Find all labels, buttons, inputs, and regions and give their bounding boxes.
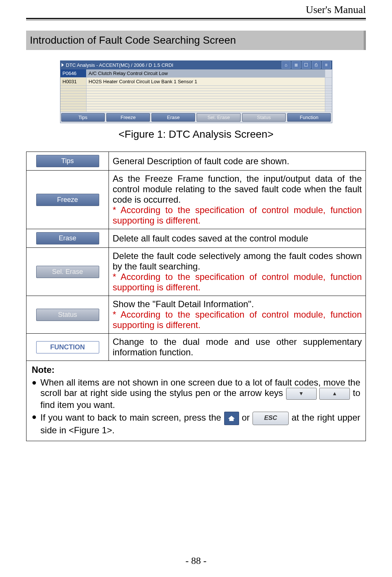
def-red-note: * According to the specification of cont… (113, 309, 362, 330)
button-definitions-table: TipsGeneral Description of fault code ar… (26, 152, 366, 441)
dtc-title: DTC Analysis - ACCENT(MC) / 2006 / D 1.5… (66, 62, 173, 68)
arrow-up-key[interactable]: ▲ (319, 388, 350, 400)
def-button-freeze: Freeze (36, 194, 99, 206)
dtc-cell (87, 99, 325, 102)
dtc-grid: P0646A/C Clutch Relay Control Circuit Lo… (60, 69, 332, 112)
dtc-cell (60, 107, 87, 109)
dtc-cell (60, 94, 87, 96)
def-red-note: * According to the specification of cont… (113, 205, 362, 226)
home-key-icon[interactable] (224, 412, 239, 425)
dtc-cell (87, 102, 325, 104)
dtc-cell (60, 96, 87, 99)
dtc-footer-btn-erase[interactable]: Erase (151, 113, 195, 122)
note-heading: Note: (32, 365, 360, 375)
dtc-titlebar: DTC Analysis - ACCENT(MC) / 2006 / D 1.5… (60, 60, 332, 69)
note-item-1: ● When all items are not shown in one sc… (32, 377, 360, 410)
dtc-cell (60, 99, 87, 102)
def-button-tips: Tips (36, 155, 99, 167)
scrollbar-track[interactable] (325, 69, 332, 78)
scrollbar-track[interactable] (325, 104, 332, 107)
def-button-erase: Erase (36, 232, 99, 244)
dtc-footer-btn-status: Status (242, 113, 286, 122)
dtc-cell (87, 86, 325, 88)
dtc-cell (60, 86, 87, 88)
dtc-cell (87, 109, 325, 112)
dtc-cell (60, 109, 87, 112)
dtc-cell (87, 91, 325, 94)
dtc-cell (87, 94, 325, 96)
page-header: User's Manual (26, 0, 366, 18)
triangle-icon (62, 63, 64, 67)
note2-text-a: If you want to back to main screen, pres… (40, 412, 224, 422)
header-rule-thick (26, 18, 366, 19)
scrollbar-track[interactable] (325, 78, 332, 86)
note2-text-b: or (242, 412, 253, 422)
def-desc: Delete all fault codes saved at the cont… (113, 233, 362, 244)
dtc-cell (60, 91, 87, 94)
dtc-cell[interactable]: P0646 (60, 69, 87, 78)
dtc-footer-btn-function[interactable]: Function (287, 113, 331, 122)
def-desc: As the Freeze Frame function, the input/… (113, 174, 362, 205)
dtc-cell (60, 88, 87, 91)
scrollbar-track[interactable] (325, 107, 332, 109)
dtc-footer-btn-tips[interactable]: Tips (61, 113, 105, 122)
menu-icon[interactable]: ≡ (322, 61, 331, 69)
scrollbar-track[interactable] (325, 109, 332, 112)
header-rule-thin (26, 20, 366, 20)
scrollbar-track[interactable] (325, 86, 332, 88)
def-red-note: * According to the specification of cont… (113, 272, 362, 293)
scrollbar-track[interactable] (325, 91, 332, 94)
dtc-cell (87, 107, 325, 109)
def-desc: Delete the fault code selectively among … (113, 251, 362, 272)
def-button-sel-erase: Sel. Erase (36, 266, 99, 278)
tree-icon[interactable]: ≣ (292, 61, 301, 69)
def-button-function: FUNCTION (36, 341, 99, 353)
dtc-analysis-screenshot: DTC Analysis - ACCENT(MC) / 2006 / D 1.5… (60, 60, 332, 123)
dtc-cell[interactable]: HO2S Heater Control Circuit Low Bank 1 S… (87, 78, 325, 86)
dtc-footer-btn-freeze[interactable]: Freeze (106, 113, 150, 122)
scrollbar-track[interactable] (325, 99, 332, 102)
dtc-cell[interactable]: A/C Clutch Relay Control Circuit Low (87, 69, 325, 78)
scrollbar-track[interactable] (325, 96, 332, 99)
dtc-cell (60, 104, 87, 107)
dtc-cell (60, 102, 87, 104)
dtc-footer-buttons: TipsFreezeEraseSel. EraseStatusFunction (60, 112, 332, 123)
home-icon[interactable]: ⌂ (282, 61, 291, 69)
dtc-cell (87, 96, 325, 99)
note-item-2: ● If you want to back to main screen, pr… (32, 412, 360, 436)
section-title: Introduction of Fault Code Searching Scr… (26, 31, 366, 50)
esc-key-icon[interactable]: ESC (253, 412, 289, 425)
page-number: - 88 - (0, 555, 392, 567)
arrow-down-key[interactable]: ▼ (286, 388, 317, 400)
def-desc: General Description of fault code are sh… (113, 156, 362, 166)
def-button-status: Status (36, 309, 99, 321)
def-desc: Show the "Fault Detail Information". (113, 299, 362, 309)
print-icon[interactable]: ⎙ (312, 61, 321, 69)
scrollbar-track[interactable] (325, 102, 332, 104)
dtc-cell (87, 88, 325, 91)
chat-icon[interactable]: ☐ (302, 61, 311, 69)
def-desc: Change to the dual mode and use other su… (113, 337, 362, 358)
figure-caption: <Figure 1: DTC Analysis Screen> (26, 128, 366, 140)
dtc-footer-btn-sel-erase: Sel. Erase (197, 113, 240, 122)
scrollbar-track[interactable] (325, 88, 332, 91)
dtc-cell (87, 104, 325, 107)
dtc-cell[interactable]: H0031 (60, 78, 87, 86)
scrollbar-track[interactable] (325, 94, 332, 96)
